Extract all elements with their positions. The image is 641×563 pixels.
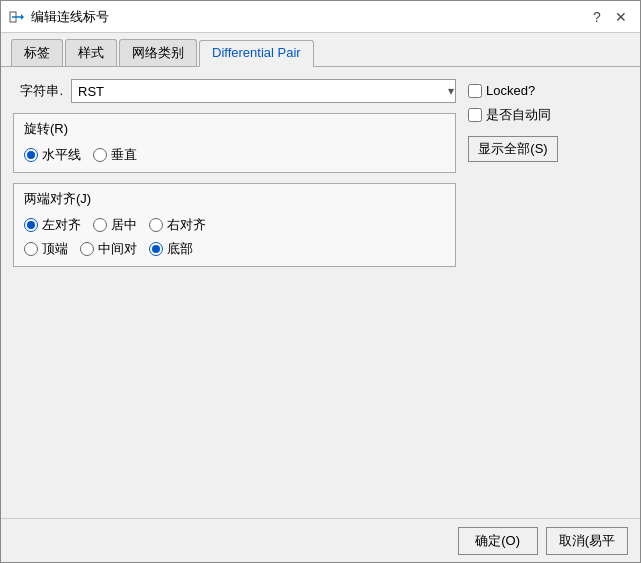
radio-bottom[interactable]: 底部 (149, 240, 193, 258)
autosync-label: 是否自动同 (486, 106, 551, 124)
title-controls: ? ✕ (586, 6, 632, 28)
help-button[interactable]: ? (586, 6, 608, 28)
alignment-row1: 左对齐 居中 右对齐 (24, 216, 445, 234)
rotation-options: 水平线 垂直 (24, 146, 445, 164)
radio-right-label: 右对齐 (167, 216, 206, 234)
alignment-title: 两端对齐(J) (24, 190, 445, 208)
empty-area (13, 277, 456, 506)
string-select[interactable]: RST (71, 79, 456, 103)
alignment-section: 两端对齐(J) 左对齐 居中 右对齐 (13, 183, 456, 267)
autosync-checkbox[interactable]: 是否自动同 (468, 106, 628, 124)
title-bar: 编辑连线标号 ? ✕ (1, 1, 640, 33)
confirm-button[interactable]: 确定(O) (458, 527, 538, 555)
radio-left-input[interactable] (24, 218, 38, 232)
right-panel: Locked? 是否自动同 显示全部(S) (468, 79, 628, 506)
radio-center-input[interactable] (93, 218, 107, 232)
close-button[interactable]: ✕ (610, 6, 632, 28)
field-input-wrap: RST ▾ (71, 79, 456, 103)
tab-yangshi[interactable]: 样式 (65, 39, 117, 66)
radio-bottom-input[interactable] (149, 242, 163, 256)
locked-label: Locked? (486, 83, 535, 98)
field-row: 字符串. RST ▾ (13, 79, 456, 103)
radio-top[interactable]: 顶端 (24, 240, 68, 258)
tab-bar: 标签 样式 网络类别 Differential Pair (1, 33, 640, 67)
footer: 确定(O) 取消(易平 (1, 518, 640, 562)
radio-middle[interactable]: 中间对 (80, 240, 137, 258)
tab-wangluoleibie[interactable]: 网络类别 (119, 39, 197, 66)
rotation-title: 旋转(R) (24, 120, 445, 138)
radio-right[interactable]: 右对齐 (149, 216, 206, 234)
radio-vertical-input[interactable] (93, 148, 107, 162)
field-label: 字符串. (13, 82, 63, 100)
radio-vertical-label: 垂直 (111, 146, 137, 164)
dialog-title: 编辑连线标号 (31, 8, 586, 26)
cancel-button[interactable]: 取消(易平 (546, 527, 628, 555)
dialog: 编辑连线标号 ? ✕ 标签 样式 网络类别 Differential Pair … (0, 0, 641, 563)
radio-center-label: 居中 (111, 216, 137, 234)
radio-vertical[interactable]: 垂直 (93, 146, 137, 164)
radio-horizontal-label: 水平线 (42, 146, 81, 164)
radio-horizontal-input[interactable] (24, 148, 38, 162)
radio-top-label: 顶端 (42, 240, 68, 258)
svg-marker-2 (21, 14, 24, 20)
app-icon (9, 9, 25, 25)
radio-middle-input[interactable] (80, 242, 94, 256)
radio-top-input[interactable] (24, 242, 38, 256)
tab-diffpair[interactable]: Differential Pair (199, 40, 314, 67)
autosync-input[interactable] (468, 108, 482, 122)
left-panel: 字符串. RST ▾ 旋转(R) 水平线 (13, 79, 456, 506)
radio-bottom-label: 底部 (167, 240, 193, 258)
main-content: 字符串. RST ▾ 旋转(R) 水平线 (1, 67, 640, 518)
show-all-button[interactable]: 显示全部(S) (468, 136, 558, 162)
rotation-section: 旋转(R) 水平线 垂直 (13, 113, 456, 173)
radio-middle-label: 中间对 (98, 240, 137, 258)
tab-biaoji[interactable]: 标签 (11, 39, 63, 66)
radio-horizontal[interactable]: 水平线 (24, 146, 81, 164)
locked-checkbox[interactable]: Locked? (468, 83, 628, 98)
radio-left-label: 左对齐 (42, 216, 81, 234)
radio-right-input[interactable] (149, 218, 163, 232)
radio-left[interactable]: 左对齐 (24, 216, 81, 234)
radio-center[interactable]: 居中 (93, 216, 137, 234)
locked-input[interactable] (468, 84, 482, 98)
alignment-row2: 顶端 中间对 底部 (24, 240, 445, 258)
